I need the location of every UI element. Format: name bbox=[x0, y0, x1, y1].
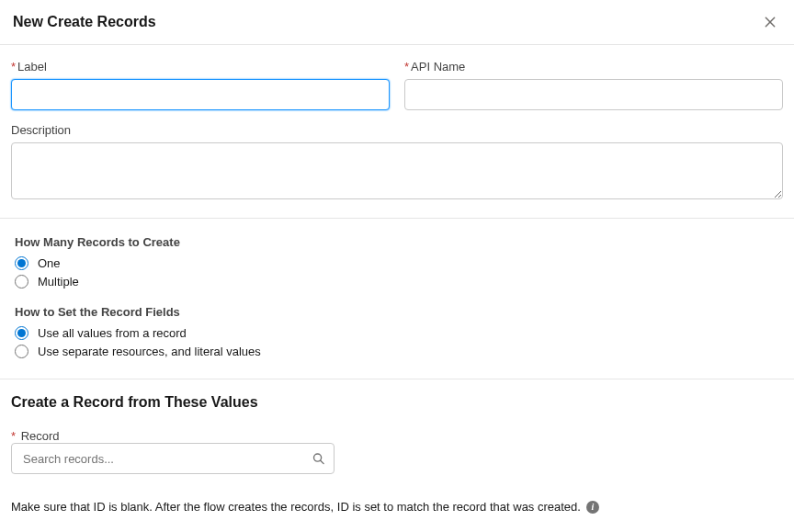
apiname-input[interactable] bbox=[404, 79, 783, 110]
how-to-set-fields-group: How to Set the Record Fields Use all val… bbox=[15, 305, 779, 358]
close-icon bbox=[763, 15, 777, 29]
create-record-heading: Create a Record from These Values bbox=[11, 394, 783, 411]
modal-header: New Create Records bbox=[0, 0, 794, 45]
required-asterisk: * bbox=[11, 429, 16, 443]
record-search-input[interactable] bbox=[11, 443, 335, 474]
create-record-section: Create a Record from These Values * Reco… bbox=[0, 379, 794, 487]
record-field-label: * Record bbox=[11, 429, 60, 443]
radio-icon bbox=[15, 256, 28, 270]
radio-label-separate: Use separate resources, and literal valu… bbox=[38, 345, 261, 358]
how-many-records-legend: How Many Records to Create bbox=[15, 235, 779, 249]
record-combobox bbox=[11, 443, 335, 474]
how-to-set-fields-legend: How to Set the Record Fields bbox=[15, 305, 779, 319]
how-many-records-group: How Many Records to Create One Multiple bbox=[15, 235, 779, 289]
radio-icon bbox=[15, 345, 28, 358]
radio-options-section: How Many Records to Create One Multiple … bbox=[0, 219, 794, 379]
radio-label-one: One bbox=[38, 256, 61, 270]
radio-option-multiple[interactable]: Multiple bbox=[15, 275, 779, 289]
radio-label-all-values: Use all values from a record bbox=[38, 326, 187, 340]
basic-fields-section: *Label *API Name Description bbox=[0, 45, 794, 218]
radio-option-all-values[interactable]: Use all values from a record bbox=[15, 326, 779, 340]
required-asterisk: * bbox=[404, 60, 409, 74]
radio-option-separate[interactable]: Use separate resources, and literal valu… bbox=[15, 345, 779, 358]
record-field-wrapper: * Record bbox=[11, 429, 783, 474]
apiname-field-wrapper: *API Name bbox=[404, 60, 783, 110]
description-textarea[interactable] bbox=[11, 142, 783, 199]
required-asterisk: * bbox=[11, 60, 16, 74]
info-icon[interactable]: i bbox=[586, 501, 599, 514]
label-input[interactable] bbox=[11, 79, 390, 110]
radio-option-one[interactable]: One bbox=[15, 256, 779, 270]
description-field-wrapper: Description bbox=[11, 123, 783, 199]
radio-icon bbox=[15, 326, 28, 340]
helper-text-row: Make sure that ID is blank. After the fl… bbox=[0, 487, 794, 514]
close-button[interactable] bbox=[759, 11, 781, 33]
helper-text: Make sure that ID is blank. After the fl… bbox=[11, 500, 581, 514]
label-field-label: *Label bbox=[11, 60, 390, 74]
radio-icon bbox=[15, 275, 28, 289]
radio-label-multiple: Multiple bbox=[38, 275, 79, 289]
label-apiname-row: *Label *API Name bbox=[11, 60, 783, 110]
description-field-label: Description bbox=[11, 123, 783, 137]
label-field-wrapper: *Label bbox=[11, 60, 390, 110]
modal-title: New Create Records bbox=[13, 14, 156, 30]
apiname-field-label: *API Name bbox=[404, 60, 783, 74]
